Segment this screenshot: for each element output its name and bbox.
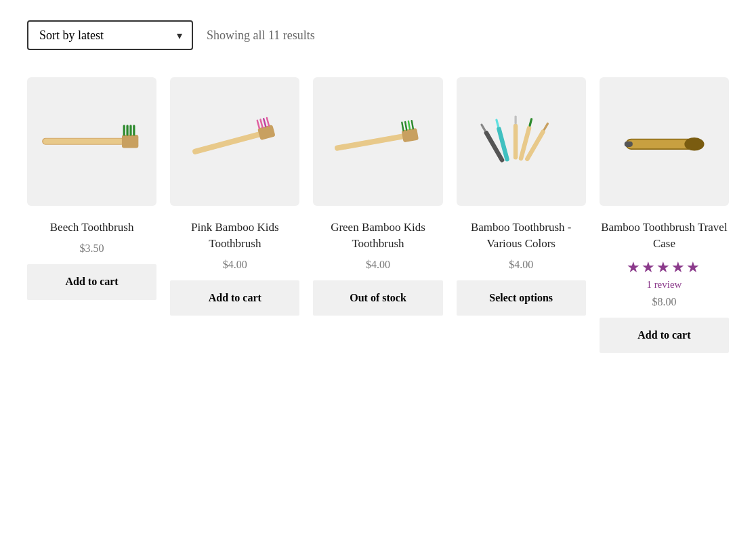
product-name: Bamboo Toothbrush Travel Case — [600, 219, 729, 252]
svg-rect-32 — [625, 142, 633, 147]
svg-rect-4 — [127, 125, 129, 136]
svg-rect-1 — [43, 139, 124, 144]
product-card-beech-toothbrush: Beech Toothbrush $3.50 Add to cart — [27, 77, 156, 300]
svg-rect-13 — [334, 133, 405, 151]
svg-rect-26 — [528, 118, 533, 127]
svg-rect-12 — [266, 117, 270, 127]
toolbar: Sort by latest Sort by popularity Sort b… — [27, 20, 729, 50]
star-rating: ★★★★★ — [627, 259, 701, 276]
product-price: $3.50 — [80, 242, 104, 255]
svg-rect-17 — [407, 121, 411, 131]
svg-rect-23 — [513, 124, 518, 160]
product-price: $4.00 — [509, 259, 533, 271]
svg-rect-7 — [192, 131, 262, 155]
product-btn-add_to_cart[interactable]: Add to cart — [600, 318, 729, 354]
product-btn-select_options[interactable]: Select options — [457, 280, 586, 316]
product-card-bamboo-various-colors: Bamboo Toothbrush - Various Colors $4.00… — [457, 77, 586, 316]
svg-rect-11 — [262, 118, 266, 128]
svg-rect-24 — [514, 116, 516, 125]
svg-rect-22 — [495, 119, 500, 127]
review-count: 1 review — [646, 279, 681, 291]
sort-select[interactable]: Sort by latest Sort by popularity Sort b… — [39, 28, 165, 42]
product-price: $4.00 — [223, 259, 247, 271]
svg-rect-5 — [130, 125, 132, 136]
product-btn-add_to_cart[interactable]: Add to cart — [27, 264, 156, 300]
product-price: $8.00 — [652, 296, 676, 308]
product-image-green-bamboo-kids — [313, 77, 442, 206]
sort-wrapper[interactable]: Sort by latest Sort by popularity Sort b… — [27, 20, 193, 50]
product-card-pink-bamboo-kids: Pink Bamboo Kids Toothbrush $4.00 Add to… — [170, 77, 299, 316]
product-image-bamboo-various-colors — [457, 77, 586, 206]
product-card-bamboo-travel-case: Bamboo Toothbrush Travel Case ★★★★★ 1 re… — [600, 77, 729, 353]
svg-rect-2 — [122, 135, 138, 148]
svg-rect-20 — [480, 123, 486, 132]
svg-rect-9 — [256, 120, 260, 130]
product-name: Beech Toothbrush — [50, 219, 134, 236]
product-image-pink-bamboo-kids — [170, 77, 299, 206]
svg-rect-16 — [404, 121, 407, 131]
svg-rect-18 — [411, 120, 414, 130]
product-btn-add_to_cart[interactable]: Add to cart — [170, 280, 299, 316]
svg-rect-10 — [259, 119, 264, 129]
products-grid: Beech Toothbrush $3.50 Add to cart Pink … — [27, 77, 729, 353]
product-name: Bamboo Toothbrush - Various Colors — [457, 219, 586, 252]
product-btn-out_of_stock[interactable]: Out of stock — [313, 280, 442, 316]
product-price: $4.00 — [366, 259, 390, 271]
product-image-bamboo-travel-case — [600, 77, 729, 206]
svg-rect-3 — [123, 125, 125, 136]
product-image-beech-toothbrush — [27, 77, 156, 206]
product-name: Pink Bamboo Kids Toothbrush — [170, 219, 299, 252]
svg-rect-28 — [543, 123, 549, 131]
svg-point-31 — [684, 137, 704, 151]
product-card-green-bamboo-kids: Green Bamboo Kids Toothbrush $4.00 Out o… — [313, 77, 442, 316]
svg-rect-6 — [133, 125, 135, 136]
svg-rect-15 — [401, 122, 404, 132]
results-count: Showing all 11 results — [207, 28, 315, 43]
product-name: Green Bamboo Kids Toothbrush — [313, 219, 442, 252]
